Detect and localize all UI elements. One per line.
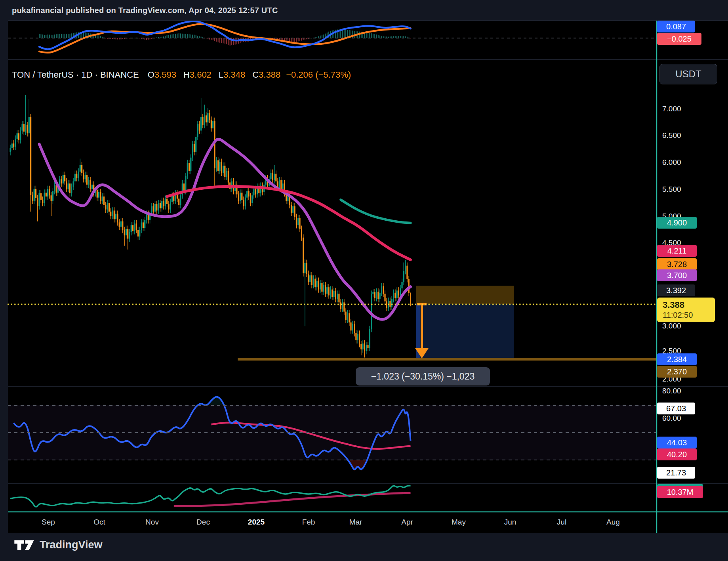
axis-value-badge: 2.384 — [657, 353, 697, 365]
ohlc-close-label: C — [252, 70, 259, 80]
ohlc-high-value: 3.602 — [190, 70, 212, 80]
time-label-feb: Feb — [302, 518, 315, 527]
symbol-title-row: TON / TetherUS · 1D · BINANCE O 3.593 H … — [12, 70, 356, 80]
projection-box — [416, 304, 514, 359]
change-value: −0.206 (−5.73%) — [286, 70, 351, 80]
time-label-mar: Mar — [349, 518, 362, 527]
ohlc-low-value: 3.348 — [223, 70, 245, 80]
axis-value-badge: 40.20 — [657, 448, 697, 460]
price-tick: 3.000 — [662, 322, 681, 330]
axis-value-badge: 67.03 — [657, 403, 695, 414]
tradingview-brand[interactable]: TradingView — [13, 537, 103, 552]
axis-value-badge: 2.370 — [657, 366, 697, 378]
ohlc-high-label: H — [183, 70, 190, 80]
axis-value-badge: 3.700 — [657, 269, 697, 281]
last-price-badge: 3.38811:02:50 — [657, 298, 715, 322]
tradingview-logo-icon — [13, 537, 35, 552]
time-label-may: May — [452, 518, 466, 527]
chart-canvas[interactable] — [0, 0, 728, 561]
price-tick: 80.00 — [662, 387, 681, 395]
price-tick: 7.000 — [662, 105, 681, 113]
last-price-value: 3.388 — [663, 300, 715, 310]
time-label-2025: 2025 — [248, 518, 265, 527]
axis-value-badge: 10.37M — [657, 486, 703, 498]
time-label-jul: Jul — [557, 518, 566, 527]
time-label-aug: Aug — [606, 518, 620, 527]
symbol-title[interactable]: TON / TetherUS · 1D · BINANCE — [12, 70, 139, 80]
time-label-nov: Nov — [145, 518, 159, 527]
axis-value-badge: 4.211 — [657, 245, 697, 257]
price-tick: 5.500 — [662, 185, 681, 194]
projection-box — [416, 286, 514, 304]
price-tick: 60.00 — [662, 414, 681, 423]
axis-value-badge: 3.728 — [657, 258, 697, 270]
ohlc-close-value: 3.388 — [259, 70, 280, 80]
axis-value-badge: −0.025 — [657, 33, 701, 45]
bar-countdown: 11:02:50 — [663, 310, 715, 320]
ohlc-low-label: L — [219, 70, 223, 80]
axis-value-badge: 0.087 — [657, 21, 695, 32]
axis-value-badge: 3.392 — [657, 284, 695, 296]
currency-toggle-button[interactable]: USDT — [659, 64, 717, 84]
axis-value-badge: 21.73 — [657, 467, 695, 479]
ohlc-open-label: O — [148, 70, 154, 80]
brand-wordmark: TradingView — [40, 539, 103, 551]
axis-value-badge: 44.03 — [657, 437, 697, 448]
time-label-apr: Apr — [401, 518, 413, 527]
ohlc-open-value: 3.593 — [154, 70, 176, 80]
price-tick: 6.000 — [662, 158, 681, 167]
time-label-dec: Dec — [196, 518, 210, 527]
measure-tooltip: −1.023 (−30.15%) −1,023 — [356, 367, 490, 385]
time-label-jun: Jun — [504, 518, 516, 527]
time-label-sep: Sep — [42, 518, 55, 527]
tradingview-published-chart: pukafinancial published on TradingView.c… — [0, 0, 728, 561]
time-label-oct: Oct — [93, 518, 105, 527]
price-tick: 6.500 — [662, 131, 681, 140]
axis-value-badge: 4.900 — [657, 217, 697, 229]
